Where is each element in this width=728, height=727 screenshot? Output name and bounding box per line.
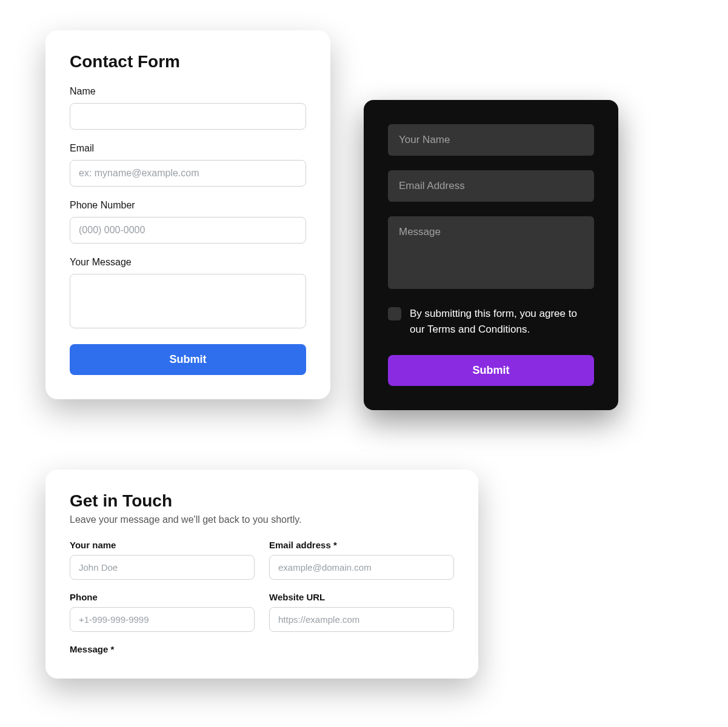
email-label: Email — [70, 143, 306, 154]
get-in-touch-subtitle: Leave your message and we'll get back to… — [70, 514, 454, 525]
email-field-group: Email — [70, 143, 306, 187]
website-col: Website URL — [269, 592, 454, 632]
terms-checkbox[interactable] — [388, 307, 401, 320]
phone-label: Phone — [70, 592, 255, 602]
phone-input[interactable] — [70, 217, 306, 244]
get-in-touch-card: Get in Touch Leave your message and we'l… — [45, 470, 478, 679]
name-col: Your name — [70, 540, 255, 580]
message-input[interactable] — [388, 216, 594, 289]
website-input[interactable] — [269, 607, 454, 632]
name-field-group: Name — [70, 86, 306, 130]
message-label: Your Message — [70, 257, 306, 268]
message-label: Message * — [70, 644, 454, 654]
message-input[interactable] — [70, 274, 306, 328]
email-label: Email address * — [269, 540, 454, 550]
phone-label: Phone Number — [70, 200, 306, 211]
contact-form-card: Contact Form Name Email Phone Number You… — [45, 30, 330, 399]
phone-input[interactable] — [70, 607, 255, 632]
get-in-touch-title: Get in Touch — [70, 491, 454, 511]
submit-button[interactable]: Submit — [388, 355, 594, 386]
name-label: Your name — [70, 540, 255, 550]
message-field-group: Your Message — [70, 257, 306, 331]
email-input[interactable] — [70, 160, 306, 187]
email-input[interactable] — [388, 170, 594, 202]
terms-row: By submitting this form, you agree to ou… — [388, 306, 594, 338]
phone-field-group: Phone Number — [70, 200, 306, 244]
email-col: Email address * — [269, 540, 454, 580]
email-input[interactable] — [269, 555, 454, 580]
name-input[interactable] — [70, 103, 306, 130]
name-label: Name — [70, 86, 306, 97]
website-label: Website URL — [269, 592, 454, 602]
name-input[interactable] — [388, 124, 594, 156]
row-1: Your name Email address * — [70, 540, 454, 580]
row-2: Phone Website URL — [70, 592, 454, 632]
submit-button[interactable]: Submit — [70, 344, 306, 375]
contact-form-title: Contact Form — [70, 52, 306, 71]
name-input[interactable] — [70, 555, 255, 580]
dark-form-card: By submitting this form, you agree to ou… — [364, 100, 618, 410]
phone-col: Phone — [70, 592, 255, 632]
terms-label: By submitting this form, you agree to ou… — [410, 306, 594, 338]
